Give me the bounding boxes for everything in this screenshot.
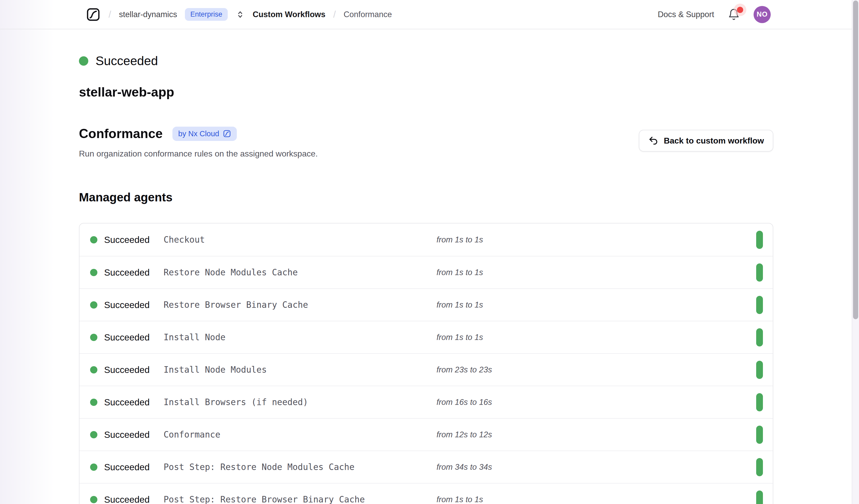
- main-content: Succeeded stellar-web-app Conformance by…: [79, 29, 773, 504]
- row-status: Succeeded: [104, 365, 164, 375]
- duration-bar: [756, 426, 763, 444]
- docs-support-link[interactable]: Docs & Support: [658, 10, 714, 19]
- top-nav: / stellar-dynamics Enterprise Custom Wor…: [0, 0, 852, 29]
- table-row[interactable]: Succeeded Conformance from 12s to 12s: [79, 418, 773, 450]
- undo-arrow-icon: [648, 136, 659, 146]
- row-timing: from 1s to 1s: [437, 333, 756, 342]
- row-step-name: Restore Browser Binary Cache: [164, 300, 437, 310]
- breadcrumb-org[interactable]: stellar-dynamics: [119, 10, 177, 19]
- duration-bar: [756, 458, 763, 476]
- row-status: Succeeded: [104, 429, 164, 440]
- nx-cloud-logo-icon[interactable]: [86, 7, 101, 22]
- run-status: Succeeded: [79, 54, 773, 68]
- notification-dot: [737, 7, 743, 13]
- status-dot-icon: [90, 301, 97, 309]
- duration-bar: [756, 263, 763, 281]
- workspace-title: stellar-web-app: [79, 85, 773, 100]
- status-dot-icon: [90, 366, 97, 373]
- status-dot-icon: [79, 56, 88, 66]
- breadcrumb-page: Conformance: [344, 10, 392, 19]
- notification-halo: [734, 4, 746, 16]
- run-status-label: Succeeded: [95, 54, 158, 68]
- scrollbar-thumb[interactable]: [853, 1, 858, 319]
- row-status: Succeeded: [104, 267, 164, 278]
- back-to-custom-workflow-button[interactable]: Back to custom workflow: [639, 130, 773, 152]
- chevrons-up-down-icon[interactable]: [236, 10, 245, 19]
- table-row[interactable]: Succeeded Post Step: Restore Node Module…: [79, 450, 773, 483]
- table-row[interactable]: Succeeded Install Browsers (if needed) f…: [79, 386, 773, 418]
- row-status: Succeeded: [104, 397, 164, 408]
- row-step-name: Post Step: Restore Browser Binary Cache: [164, 494, 437, 504]
- table-row[interactable]: Succeeded Checkout from 1s to 1s: [79, 224, 773, 256]
- row-timing: from 16s to 16s: [437, 398, 756, 407]
- breadcrumb-section[interactable]: Custom Workflows: [253, 10, 326, 19]
- by-nx-cloud-badge[interactable]: by Nx Cloud: [172, 127, 237, 141]
- breadcrumb-separator: /: [333, 9, 336, 20]
- nx-cloud-logo-icon: [223, 129, 231, 138]
- status-dot-icon: [90, 431, 97, 438]
- table-row[interactable]: Succeeded Install Node from 1s to 1s: [79, 321, 773, 353]
- row-timing: from 34s to 34s: [437, 462, 756, 472]
- row-step-name: Checkout: [164, 234, 437, 245]
- duration-bar: [756, 328, 763, 347]
- row-step-name: Install Node Modules: [164, 365, 437, 375]
- row-timing: from 23s to 23s: [437, 365, 756, 375]
- row-timing: from 1s to 1s: [437, 235, 756, 244]
- row-timing: from 1s to 1s: [437, 268, 756, 277]
- status-dot-icon: [90, 269, 97, 276]
- row-step-name: Install Node: [164, 332, 437, 342]
- status-dot-icon: [90, 496, 97, 503]
- row-status: Succeeded: [104, 332, 164, 342]
- row-timing: from 1s to 1s: [437, 300, 756, 310]
- row-step-name: Post Step: Restore Node Modules Cache: [164, 462, 437, 472]
- table-row[interactable]: Succeeded Restore Node Modules Cache fro…: [79, 256, 773, 288]
- workflow-title: Conformance: [79, 126, 163, 141]
- row-step-name: Restore Node Modules Cache: [164, 267, 437, 277]
- nav-actions: Docs & Support NO: [658, 6, 771, 23]
- avatar[interactable]: NO: [754, 6, 771, 23]
- status-dot-icon: [90, 334, 97, 341]
- duration-bar: [756, 231, 763, 249]
- duration-bar: [756, 296, 763, 314]
- breadcrumb-separator: /: [108, 9, 111, 20]
- duration-bar: [756, 490, 763, 504]
- duration-bar: [756, 393, 763, 411]
- by-nx-cloud-label: by Nx Cloud: [178, 129, 219, 138]
- duration-bar: [756, 361, 763, 379]
- managed-agents-heading: Managed agents: [79, 190, 773, 204]
- row-status: Succeeded: [104, 300, 164, 310]
- plan-badge[interactable]: Enterprise: [185, 8, 228, 21]
- row-timing: from 1s to 1s: [437, 495, 756, 504]
- table-row[interactable]: Succeeded Restore Browser Binary Cache f…: [79, 288, 773, 321]
- row-timing: from 12s to 12s: [437, 430, 756, 439]
- row-step-name: Conformance: [164, 429, 437, 440]
- row-status: Succeeded: [104, 462, 164, 472]
- status-dot-icon: [90, 463, 97, 471]
- status-dot-icon: [90, 399, 97, 406]
- breadcrumb: / stellar-dynamics Enterprise Custom Wor…: [86, 7, 392, 22]
- table-row[interactable]: Succeeded Install Node Modules from 23s …: [79, 353, 773, 386]
- workflow-header: Conformance by Nx Cloud Run organization…: [79, 126, 773, 158]
- row-status: Succeeded: [104, 234, 164, 245]
- workflow-header-left: Conformance by Nx Cloud Run organization…: [79, 126, 318, 158]
- managed-agents-list: Succeeded Checkout from 1s to 1s Succeed…: [79, 223, 773, 504]
- table-row[interactable]: Succeeded Post Step: Restore Browser Bin…: [79, 483, 773, 504]
- row-step-name: Install Browsers (if needed): [164, 397, 437, 407]
- row-status: Succeeded: [104, 494, 164, 504]
- workflow-description: Run organization conformance rules on th…: [79, 149, 318, 158]
- back-button-label: Back to custom workflow: [664, 136, 764, 146]
- status-dot-icon: [90, 236, 97, 243]
- notifications-button[interactable]: [728, 8, 740, 21]
- scrollbar-track[interactable]: [852, 0, 859, 504]
